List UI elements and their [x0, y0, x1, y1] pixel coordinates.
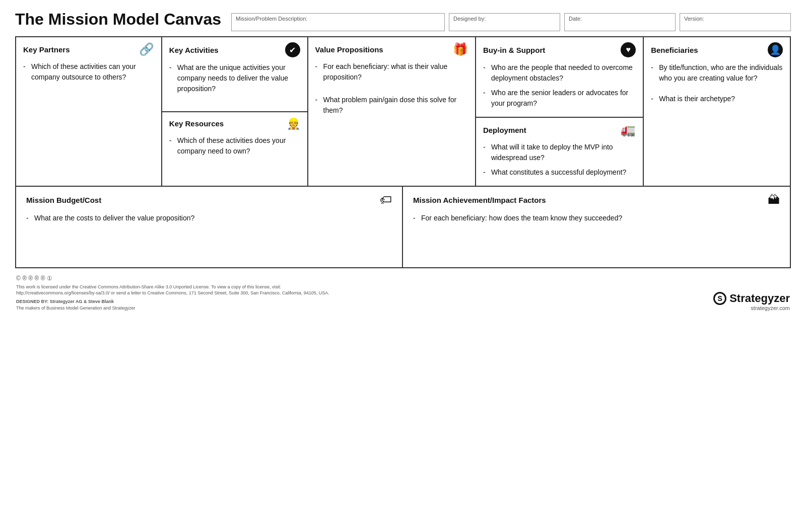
value-propositions-content: - For each beneficiary: what is their va…: [315, 61, 468, 116]
mission-label: Mission/Problem Description:: [236, 16, 440, 22]
truck-icon: 🚛: [621, 123, 636, 137]
link-icon: 🔗: [139, 42, 154, 56]
key-activities-title: Key Activities: [169, 46, 219, 54]
list-item: - Who are the people that needed to over…: [483, 62, 636, 84]
brand-name: Strategyzer: [729, 292, 790, 305]
value-propositions-header: Value Propositions 🎁: [315, 42, 468, 56]
beneficiaries-header: Beneficiaries 👤: [651, 42, 783, 57]
buyin-top: Buy-in & Support ♥ - Who are the people …: [476, 37, 643, 118]
key-activities-item-1: What are the unique activities your comp…: [177, 62, 300, 94]
construction-icon: 👷: [287, 117, 300, 130]
mission-achievement-cell: Mission Achievement/Impact Factors 🏔 - F…: [403, 187, 790, 267]
list-item: - What constitutes a successful deployme…: [483, 167, 636, 178]
beneficiaries-item-2: What is their archetype?: [659, 94, 735, 104]
deployment-title: Deployment: [483, 126, 526, 134]
gift-icon: 🎁: [453, 42, 468, 56]
key-resources-title: Key Resources: [169, 119, 224, 128]
footer: © ® ® ® ® ① This work is licensed under …: [15, 274, 791, 311]
key-activities-header: Key Activities ✔: [169, 42, 300, 57]
mission-achievement-content: - For each beneficiary: how does the tea…: [413, 213, 780, 223]
license-text: This work is licensed under the Creative…: [16, 284, 329, 290]
person-icon: 👤: [768, 42, 783, 57]
key-resources-item-1: Which of these activities does your comp…: [177, 135, 300, 157]
key-activities-top: Key Activities ✔ - What are the unique a…: [162, 37, 307, 112]
list-item: - What are the unique activities your co…: [169, 62, 300, 94]
buyin-content: - Who are the people that needed to over…: [483, 62, 636, 109]
deployment-item-2: What constitutes a successful deployment…: [491, 167, 626, 178]
checkmark-icon: ✔: [285, 42, 300, 57]
value-prop-item-1: For each beneficiary: what is their valu…: [323, 61, 468, 83]
beneficiaries-title: Beneficiaries: [651, 46, 698, 54]
list-item: - What will it take to deploy the MVP in…: [483, 142, 636, 163]
deployment-header: Deployment 🚛: [483, 123, 636, 137]
list-item: - For each beneficiary: how does the tea…: [413, 213, 780, 223]
value-prop-item-2: What problem pain/gain dose this solve f…: [323, 95, 468, 116]
version-label: Version:: [684, 16, 786, 22]
list-item: - What are the costs to deliver the valu…: [26, 213, 392, 223]
mission-budget-header: Mission Budget/Cost 🏷: [26, 193, 392, 207]
designed-label: Designed by:: [453, 16, 556, 22]
list-item: - Which of these activities does your co…: [169, 135, 300, 157]
key-partners-content: - Which of these activities can your com…: [23, 61, 154, 83]
canvas-outer: Key Partners 🔗 - Which of these activiti…: [15, 36, 791, 268]
mission-field[interactable]: Mission/Problem Description:: [231, 13, 445, 31]
mission-achievement-header: Mission Achievement/Impact Factors 🏔: [413, 193, 780, 207]
value-propositions-title: Value Propositions: [315, 45, 383, 54]
header-fields: Mission/Problem Description: Designed by…: [231, 13, 791, 31]
date-label: Date:: [569, 16, 671, 22]
key-partners-item-1: Which of these activities can your compa…: [31, 61, 154, 83]
buyin-col: Buy-in & Support ♥ - Who are the people …: [476, 37, 644, 186]
brand-url: strategyzer.com: [713, 305, 790, 311]
beneficiaries-item-1: By title/function, who are the individua…: [659, 62, 783, 84]
buyin-item-2: Who are the senior leaders or advocates …: [491, 88, 636, 109]
buyin-item-1: Who are the people that needed to overco…: [491, 62, 636, 84]
mission-budget-content: - What are the costs to deliver the valu…: [26, 213, 392, 223]
strategyzer-logo: S Strategyzer: [713, 292, 790, 305]
date-field[interactable]: Date:: [564, 13, 676, 31]
list-item: - By title/function, who are the individ…: [651, 62, 783, 84]
footer-right: S Strategyzer strategyzer.com: [713, 292, 790, 311]
mission-achievement-item-1: For each beneficiary: how does the team …: [421, 213, 622, 223]
strategyzer-s-icon: S: [713, 292, 726, 305]
deployment-item-1: What will it take to deploy the MVP into…: [491, 142, 636, 163]
key-partners-cell: Key Partners 🔗 - Which of these activiti…: [16, 37, 162, 186]
version-field[interactable]: Version:: [680, 13, 791, 31]
list-item: - Who are the senior leaders or advocate…: [483, 88, 636, 109]
tag-icon: 🏷: [380, 193, 392, 207]
key-partners-title: Key Partners: [23, 45, 70, 54]
deployment-content: - What will it take to deploy the MVP in…: [483, 142, 636, 178]
list-item: - Which of these activities can your com…: [23, 61, 154, 83]
key-resources-content: - Which of these activities does your co…: [169, 135, 300, 157]
page-title: The Mission Model Canvas: [15, 10, 221, 29]
list-item: - What is their archetype?: [651, 94, 783, 104]
header-row: The Mission Model Canvas Mission/Problem…: [15, 10, 791, 31]
designed-by: DESIGNED BY: Strategyzer AG & Steve Blan…: [16, 298, 329, 305]
value-propositions-cell: Value Propositions 🎁 - For each benefici…: [308, 37, 476, 186]
beneficiaries-content: - By title/function, who are the individ…: [651, 62, 783, 104]
license-url: http://creativecommons.org/licenses/by-s…: [16, 290, 329, 296]
key-resources-header: Key Resources 👷: [169, 117, 300, 130]
mission-budget-cell: Mission Budget/Cost 🏷 - What are the cos…: [16, 187, 403, 267]
key-activities-content: - What are the unique activities your co…: [169, 62, 300, 94]
mountain-icon: 🏔: [768, 193, 780, 207]
mission-budget-item-1: What are the costs to deliver the value …: [34, 213, 194, 223]
footer-left: © ® ® ® ® ① This work is licensed under …: [16, 274, 329, 311]
heart-icon: ♥: [621, 42, 636, 57]
key-partners-header: Key Partners 🔗: [23, 42, 154, 56]
mission-achievement-title: Mission Achievement/Impact Factors: [413, 196, 546, 204]
beneficiaries-cell: Beneficiaries 👤 - By title/function, who…: [644, 37, 790, 186]
buyin-title: Buy-in & Support: [483, 46, 545, 54]
canvas-main: Key Partners 🔗 - Which of these activiti…: [16, 37, 790, 187]
designed-field[interactable]: Designed by:: [449, 13, 560, 31]
key-resources-bottom: Key Resources 👷 - Which of these activit…: [162, 112, 307, 186]
cc-icons: © ® ® ® ® ①: [16, 274, 329, 283]
mission-budget-title: Mission Budget/Cost: [26, 196, 101, 204]
key-activities-col: Key Activities ✔ - What are the unique a…: [162, 37, 308, 186]
makers-text: The makers of Business Model Generation …: [16, 305, 329, 312]
buyin-header: Buy-in & Support ♥: [483, 42, 636, 57]
list-item: - What problem pain/gain dose this solve…: [315, 95, 468, 116]
canvas-bottom: Mission Budget/Cost 🏷 - What are the cos…: [16, 187, 790, 267]
deployment-bottom: Deployment 🚛 - What will it take to depl…: [476, 118, 643, 186]
list-item: - For each beneficiary: what is their va…: [315, 61, 468, 83]
